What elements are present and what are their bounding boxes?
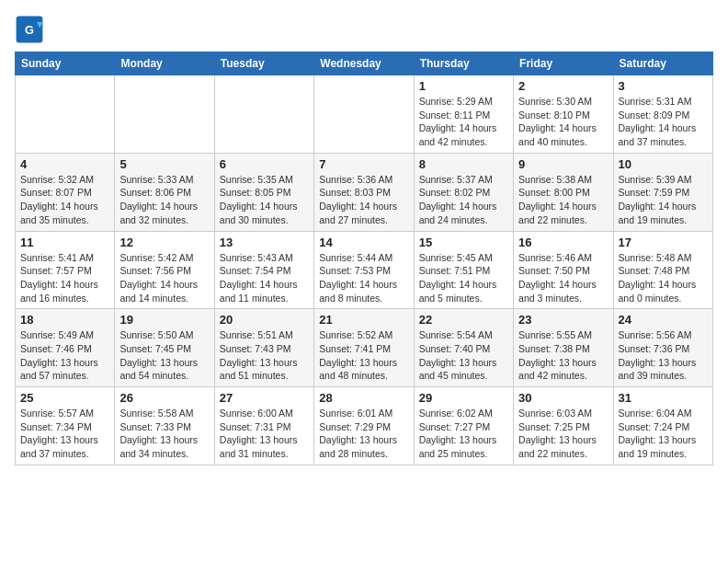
day-info: Sunrise: 5:56 AM Sunset: 7:36 PM Dayligh… bbox=[619, 328, 708, 383]
day-number: 17 bbox=[619, 236, 708, 249]
day-number: 16 bbox=[518, 236, 608, 249]
svg-text:G: G bbox=[25, 23, 34, 37]
calendar-cell: 11Sunrise: 5:41 AM Sunset: 7:57 PM Dayli… bbox=[16, 231, 115, 309]
calendar-week-row: 25Sunrise: 5:57 AM Sunset: 7:34 PM Dayli… bbox=[16, 387, 713, 465]
day-number: 13 bbox=[220, 236, 309, 249]
calendar-cell bbox=[314, 75, 414, 154]
day-info: Sunrise: 5:38 AM Sunset: 8:00 PM Dayligh… bbox=[518, 173, 608, 227]
day-number: 7 bbox=[319, 157, 408, 171]
calendar-cell: 18Sunrise: 5:49 AM Sunset: 7:46 PM Dayli… bbox=[16, 309, 115, 387]
day-info: Sunrise: 5:45 AM Sunset: 7:51 PM Dayligh… bbox=[419, 251, 508, 305]
calendar-cell: 13Sunrise: 5:43 AM Sunset: 7:54 PM Dayli… bbox=[214, 231, 313, 309]
day-info: Sunrise: 5:31 AM Sunset: 8:09 PM Dayligh… bbox=[619, 95, 708, 149]
day-info: Sunrise: 5:58 AM Sunset: 7:33 PM Dayligh… bbox=[119, 407, 209, 461]
day-info: Sunrise: 5:36 AM Sunset: 8:03 PM Dayligh… bbox=[319, 173, 408, 227]
calendar-cell: 19Sunrise: 5:50 AM Sunset: 7:45 PM Dayli… bbox=[115, 309, 214, 387]
calendar-cell: 12Sunrise: 5:42 AM Sunset: 7:56 PM Dayli… bbox=[115, 231, 214, 309]
calendar-cell: 28Sunrise: 6:01 AM Sunset: 7:29 PM Dayli… bbox=[314, 387, 414, 465]
day-header-thursday: Thursday bbox=[414, 52, 513, 75]
page-header: G bbox=[15, 15, 713, 44]
day-number: 9 bbox=[518, 157, 608, 171]
day-number: 3 bbox=[619, 79, 708, 93]
calendar-week-row: 18Sunrise: 5:49 AM Sunset: 7:46 PM Dayli… bbox=[16, 309, 713, 387]
day-number: 5 bbox=[119, 157, 209, 171]
day-info: Sunrise: 5:57 AM Sunset: 7:34 PM Dayligh… bbox=[20, 407, 109, 461]
calendar-cell: 15Sunrise: 5:45 AM Sunset: 7:51 PM Dayli… bbox=[414, 231, 513, 309]
calendar-cell: 2Sunrise: 5:30 AM Sunset: 8:10 PM Daylig… bbox=[514, 75, 613, 154]
day-number: 21 bbox=[319, 313, 408, 327]
calendar-cell: 21Sunrise: 5:52 AM Sunset: 7:41 PM Dayli… bbox=[314, 309, 414, 387]
calendar-cell: 20Sunrise: 5:51 AM Sunset: 7:43 PM Dayli… bbox=[214, 309, 313, 387]
day-number: 27 bbox=[220, 391, 309, 405]
day-info: Sunrise: 6:01 AM Sunset: 7:29 PM Dayligh… bbox=[319, 407, 408, 461]
day-number: 8 bbox=[419, 157, 508, 171]
day-number: 20 bbox=[220, 313, 309, 327]
calendar-cell: 31Sunrise: 6:04 AM Sunset: 7:24 PM Dayli… bbox=[613, 387, 712, 465]
day-number: 11 bbox=[20, 236, 109, 249]
day-header-monday: Monday bbox=[115, 52, 214, 75]
day-info: Sunrise: 5:32 AM Sunset: 8:07 PM Dayligh… bbox=[20, 173, 109, 227]
calendar-cell: 25Sunrise: 5:57 AM Sunset: 7:34 PM Dayli… bbox=[16, 387, 115, 465]
calendar-cell: 1Sunrise: 5:29 AM Sunset: 8:11 PM Daylig… bbox=[414, 75, 513, 154]
day-info: Sunrise: 5:33 AM Sunset: 8:06 PM Dayligh… bbox=[119, 173, 209, 227]
calendar-cell: 5Sunrise: 5:33 AM Sunset: 8:06 PM Daylig… bbox=[115, 153, 214, 231]
day-number: 25 bbox=[20, 391, 109, 405]
calendar-cell: 22Sunrise: 5:54 AM Sunset: 7:40 PM Dayli… bbox=[414, 309, 513, 387]
day-number: 4 bbox=[20, 157, 109, 171]
day-number: 1 bbox=[419, 79, 508, 93]
calendar-cell bbox=[16, 75, 115, 154]
day-number: 10 bbox=[619, 157, 708, 171]
day-number: 31 bbox=[619, 391, 708, 405]
calendar-cell: 6Sunrise: 5:35 AM Sunset: 8:05 PM Daylig… bbox=[214, 153, 313, 231]
calendar-cell: 4Sunrise: 5:32 AM Sunset: 8:07 PM Daylig… bbox=[16, 153, 115, 231]
day-info: Sunrise: 5:50 AM Sunset: 7:45 PM Dayligh… bbox=[119, 328, 209, 383]
day-header-wednesday: Wednesday bbox=[314, 52, 414, 75]
calendar-cell: 26Sunrise: 5:58 AM Sunset: 7:33 PM Dayli… bbox=[115, 387, 214, 465]
day-number: 14 bbox=[319, 236, 408, 249]
day-info: Sunrise: 5:43 AM Sunset: 7:54 PM Dayligh… bbox=[220, 251, 309, 305]
calendar-cell: 8Sunrise: 5:37 AM Sunset: 8:02 PM Daylig… bbox=[414, 153, 513, 231]
day-number: 24 bbox=[619, 313, 708, 327]
calendar-cell: 9Sunrise: 5:38 AM Sunset: 8:00 PM Daylig… bbox=[514, 153, 613, 231]
calendar-week-row: 11Sunrise: 5:41 AM Sunset: 7:57 PM Dayli… bbox=[16, 231, 713, 309]
day-info: Sunrise: 5:29 AM Sunset: 8:11 PM Dayligh… bbox=[419, 95, 508, 149]
calendar-cell: 17Sunrise: 5:48 AM Sunset: 7:48 PM Dayli… bbox=[613, 231, 712, 309]
day-info: Sunrise: 5:51 AM Sunset: 7:43 PM Dayligh… bbox=[220, 328, 309, 383]
day-info: Sunrise: 5:48 AM Sunset: 7:48 PM Dayligh… bbox=[619, 251, 708, 305]
day-number: 26 bbox=[119, 391, 209, 405]
day-info: Sunrise: 5:37 AM Sunset: 8:02 PM Dayligh… bbox=[419, 173, 508, 227]
day-number: 19 bbox=[119, 313, 209, 327]
calendar-cell: 14Sunrise: 5:44 AM Sunset: 7:53 PM Dayli… bbox=[314, 231, 414, 309]
day-header-friday: Friday bbox=[514, 52, 613, 75]
day-info: Sunrise: 5:39 AM Sunset: 7:59 PM Dayligh… bbox=[619, 173, 708, 227]
calendar-week-row: 1Sunrise: 5:29 AM Sunset: 8:11 PM Daylig… bbox=[16, 75, 713, 154]
calendar-cell: 23Sunrise: 5:55 AM Sunset: 7:38 PM Dayli… bbox=[514, 309, 613, 387]
day-info: Sunrise: 6:04 AM Sunset: 7:24 PM Dayligh… bbox=[619, 407, 708, 461]
calendar-week-row: 4Sunrise: 5:32 AM Sunset: 8:07 PM Daylig… bbox=[16, 153, 713, 231]
day-info: Sunrise: 5:44 AM Sunset: 7:53 PM Dayligh… bbox=[319, 251, 408, 305]
day-info: Sunrise: 6:00 AM Sunset: 7:31 PM Dayligh… bbox=[220, 407, 309, 461]
day-info: Sunrise: 5:49 AM Sunset: 7:46 PM Dayligh… bbox=[20, 328, 109, 383]
calendar-cell bbox=[115, 75, 214, 154]
calendar-cell: 3Sunrise: 5:31 AM Sunset: 8:09 PM Daylig… bbox=[613, 75, 712, 154]
calendar-cell: 30Sunrise: 6:03 AM Sunset: 7:25 PM Dayli… bbox=[514, 387, 613, 465]
day-number: 23 bbox=[518, 313, 608, 327]
day-info: Sunrise: 5:35 AM Sunset: 8:05 PM Dayligh… bbox=[220, 173, 309, 227]
day-number: 2 bbox=[518, 79, 608, 93]
logo: G bbox=[15, 15, 48, 44]
calendar-cell: 7Sunrise: 5:36 AM Sunset: 8:03 PM Daylig… bbox=[314, 153, 414, 231]
day-header-tuesday: Tuesday bbox=[214, 52, 313, 75]
calendar-cell bbox=[214, 75, 313, 154]
day-header-saturday: Saturday bbox=[613, 52, 712, 75]
day-number: 28 bbox=[319, 391, 408, 405]
day-info: Sunrise: 5:54 AM Sunset: 7:40 PM Dayligh… bbox=[419, 328, 508, 383]
day-info: Sunrise: 6:02 AM Sunset: 7:27 PM Dayligh… bbox=[419, 407, 508, 461]
logo-icon: G bbox=[15, 15, 44, 44]
calendar-header-row: SundayMondayTuesdayWednesdayThursdayFrid… bbox=[16, 52, 713, 75]
calendar-cell: 24Sunrise: 5:56 AM Sunset: 7:36 PM Dayli… bbox=[613, 309, 712, 387]
day-number: 29 bbox=[419, 391, 508, 405]
day-info: Sunrise: 5:41 AM Sunset: 7:57 PM Dayligh… bbox=[20, 251, 109, 305]
day-info: Sunrise: 5:42 AM Sunset: 7:56 PM Dayligh… bbox=[119, 251, 209, 305]
day-info: Sunrise: 5:52 AM Sunset: 7:41 PM Dayligh… bbox=[319, 328, 408, 383]
day-number: 15 bbox=[419, 236, 508, 249]
